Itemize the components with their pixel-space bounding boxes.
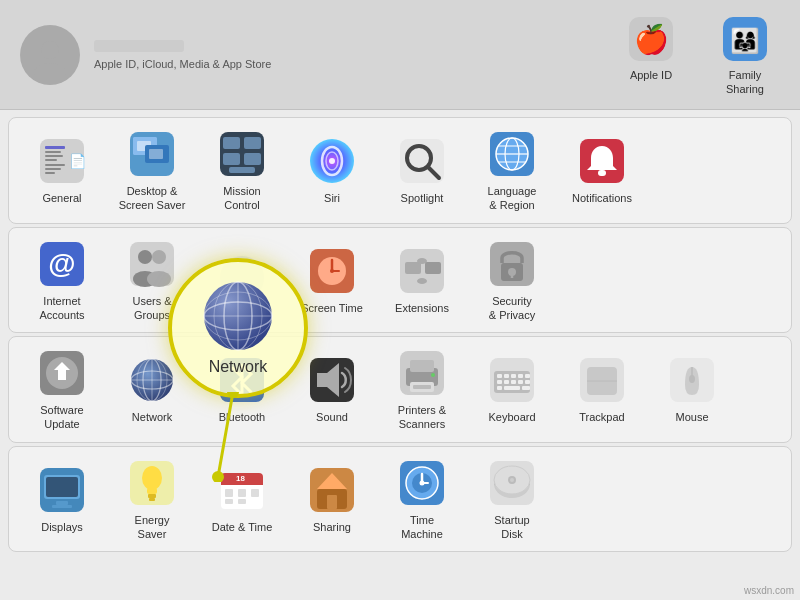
startup-disk-label: StartupDisk	[494, 513, 529, 542]
svg-rect-25	[244, 153, 261, 165]
network-label: Network	[132, 410, 172, 424]
svg-rect-86	[518, 374, 523, 378]
pref-language-region[interactable]: Language& Region	[467, 124, 557, 217]
svg-rect-91	[518, 380, 523, 384]
displays-icon	[36, 464, 88, 516]
pref-sharing[interactable]: Sharing	[287, 460, 377, 538]
svg-point-145	[227, 392, 239, 398]
svg-rect-111	[149, 498, 155, 501]
svg-rect-118	[225, 499, 233, 504]
family-sharing-icon: 👨‍👩‍👧	[719, 13, 771, 65]
printers-scanners-label: Printers &Scanners	[398, 403, 446, 432]
svg-rect-89	[504, 380, 509, 384]
time-machine-icon	[396, 457, 448, 509]
sound-icon	[306, 354, 358, 406]
svg-point-48	[147, 271, 171, 287]
pref-mission-control[interactable]: MissionControl	[197, 124, 287, 217]
svg-rect-115	[225, 489, 233, 497]
internet-accounts-label: InternetAccounts	[39, 294, 84, 323]
pref-startup-disk[interactable]: StartupDisk	[467, 453, 557, 546]
svg-point-108	[142, 466, 162, 490]
avatar	[20, 25, 80, 85]
general-label: General	[42, 191, 81, 205]
apple-id-label: Apple ID, iCloud, Media & App Store	[94, 58, 271, 70]
pref-mouse[interactable]: Mouse	[647, 350, 737, 428]
sound-label: Sound	[316, 410, 348, 424]
svg-rect-87	[525, 374, 530, 378]
svg-point-45	[138, 250, 152, 264]
svg-rect-77	[410, 360, 434, 372]
pref-time-machine[interactable]: TimeMachine	[377, 453, 467, 546]
notifications-label: Notifications	[572, 191, 632, 205]
svg-rect-88	[497, 380, 502, 384]
pref-sound[interactable]: Sound	[287, 350, 377, 428]
security-privacy-icon	[486, 238, 538, 290]
top-item-apple-id[interactable]: 🍎 Apple ID	[616, 13, 686, 82]
svg-rect-106	[52, 505, 72, 508]
svg-rect-12	[45, 168, 61, 170]
svg-rect-92	[525, 380, 530, 384]
network-highlight-label: Network	[209, 358, 268, 376]
printers-scanners-icon	[396, 347, 448, 399]
svg-point-46	[152, 250, 166, 264]
pref-keyboard[interactable]: Keyboard	[467, 350, 557, 428]
pref-spotlight[interactable]: Spotlight	[377, 131, 467, 209]
sharing-label: Sharing	[313, 520, 351, 534]
top-item-family-sharing[interactable]: 👨‍👩‍👧 Family Sharing	[710, 13, 780, 95]
desktop-screensaver-label: Desktop &Screen Saver	[119, 184, 186, 213]
apple-id-section[interactable]: Apple ID, iCloud, Media & App Store	[20, 25, 271, 85]
svg-rect-58	[417, 278, 427, 284]
pref-internet-accounts[interactable]: @ InternetAccounts	[17, 234, 107, 327]
svg-rect-26	[229, 167, 255, 173]
svg-rect-110	[148, 494, 156, 498]
svg-text:📄: 📄	[69, 153, 85, 170]
pref-trackpad[interactable]: Trackpad	[557, 350, 647, 428]
svg-rect-9	[45, 155, 63, 157]
pref-extensions[interactable]: Extensions	[377, 241, 467, 319]
users-groups-icon	[126, 238, 178, 290]
startup-disk-icon	[486, 457, 538, 509]
svg-rect-95	[522, 386, 530, 390]
language-region-label: Language& Region	[488, 184, 537, 213]
svg-rect-56	[405, 262, 421, 274]
system-preferences-window: Apple ID, iCloud, Media & App Store 🍎 Ap…	[0, 0, 800, 600]
apple-id-item-label: Apple ID	[630, 69, 672, 82]
mouse-icon	[666, 354, 718, 406]
sections-wrapper: 📄 General Desktop &Scree	[0, 110, 800, 559]
pref-security-privacy[interactable]: Security& Privacy	[467, 234, 557, 327]
network-highlight[interactable]: Network	[168, 258, 308, 398]
svg-rect-116	[238, 489, 246, 497]
keyboard-icon	[486, 354, 538, 406]
energy-saver-icon	[126, 457, 178, 509]
displays-label: Displays	[41, 520, 83, 534]
pref-general[interactable]: 📄 General	[17, 131, 107, 209]
pref-energy-saver[interactable]: EnergySaver	[107, 453, 197, 546]
pref-printers-scanners[interactable]: Printers &Scanners	[377, 343, 467, 436]
svg-rect-7	[45, 146, 65, 149]
extensions-label: Extensions	[395, 301, 449, 315]
general-icon: 📄	[36, 135, 88, 187]
screen-time-label: Screen Time	[301, 301, 363, 315]
section-internet: @ InternetAccounts Users &Groups	[8, 227, 792, 334]
pref-desktop-screensaver[interactable]: Desktop &Screen Saver	[107, 124, 197, 217]
pref-siri[interactable]: Siri	[287, 131, 377, 209]
svg-point-1	[34, 63, 66, 75]
svg-text:@: @	[48, 248, 75, 279]
svg-rect-109	[147, 488, 157, 494]
siri-icon	[306, 135, 358, 187]
pref-software-update[interactable]: SoftwareUpdate	[17, 343, 107, 436]
pref-notifications[interactable]: Notifications	[557, 131, 647, 209]
svg-rect-85	[511, 374, 516, 378]
pref-displays[interactable]: Displays	[17, 460, 107, 538]
svg-point-54	[330, 269, 334, 273]
keyboard-label: Keyboard	[488, 410, 535, 424]
watermark: wsxdn.com	[744, 585, 794, 596]
svg-rect-90	[511, 380, 516, 384]
svg-point-136	[510, 478, 514, 482]
top-bar: Apple ID, iCloud, Media & App Store 🍎 Ap…	[0, 0, 800, 110]
extensions-icon	[396, 245, 448, 297]
svg-rect-10	[45, 159, 57, 161]
svg-rect-117	[251, 489, 259, 497]
arrow-indicator	[208, 392, 258, 482]
svg-point-80	[431, 373, 435, 377]
